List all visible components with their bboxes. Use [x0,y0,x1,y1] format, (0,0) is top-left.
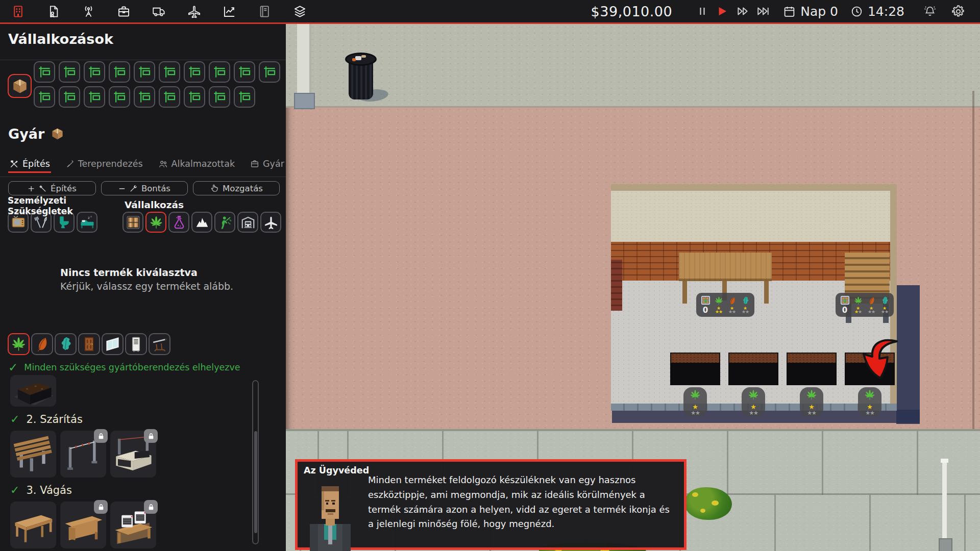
divider [0,60,286,60]
product-teal-leaf[interactable] [55,333,77,355]
planter-quality-badge-3[interactable]: ★ ★★ [800,387,823,417]
business-type-farmer[interactable] [214,212,235,233]
staff-needs-label: Személyzeti Szükségletek [8,195,69,217]
business-plot-12[interactable] [59,86,80,108]
tab-epites[interactable]: Építés [8,159,51,173]
move-button[interactable]: Mozgatás [193,181,280,195]
storage-info-badge-1[interactable]: 0 ★ ★★ ★ ★★ ★ ★★ [696,293,754,317]
product-cabinet[interactable] [125,333,147,355]
soil-planter-1[interactable] [670,353,720,385]
business-type-cannabis[interactable] [145,212,166,233]
notifications-button[interactable] [923,5,937,18]
gear-icon [951,5,965,18]
planter-quality-badge-1[interactable]: ★ ★★ [683,387,707,417]
topbar-chart-button[interactable] [223,5,236,18]
skip-button[interactable] [756,5,770,18]
antenna-icon [82,5,95,18]
soil-planter-2[interactable] [728,353,778,385]
product-icons [8,333,170,355]
tutorial-dialog[interactable]: Az Ügyvéded Minden terméket feldolgozó k… [295,459,687,550]
build-button[interactable]: +Építés [8,181,96,195]
business-tab-factory[interactable] [8,74,32,98]
play-button[interactable] [716,5,729,18]
business-plot-1[interactable] [34,61,55,83]
topbar-antenna-button[interactable] [82,5,95,18]
business-plot-6[interactable] [159,61,180,83]
topbar-book-button[interactable] [258,5,272,18]
business-plot-11[interactable] [34,86,55,108]
plot-sign-icon [87,64,102,80]
tab-tereprendezes[interactable]: Tereprendezés [64,159,144,173]
business-plot-9[interactable] [234,61,255,83]
equipment-soil-planter[interactable] [10,375,56,407]
business-plot-5[interactable] [134,61,155,83]
product-cannabis[interactable] [8,333,30,355]
bell-icon [923,5,937,18]
pause-button[interactable] [696,5,708,17]
business-plot-8[interactable] [209,61,230,83]
product-orange-leaf[interactable] [31,333,53,355]
business-plot-14[interactable] [109,86,130,108]
business-plot-10[interactable] [259,61,280,83]
plot-sign-icon [37,89,52,105]
door-icon [81,336,97,353]
business-plot-13[interactable] [84,86,105,108]
scrollbar-thumb[interactable] [254,431,257,533]
business-plot-19[interactable] [234,86,255,108]
lamp-post-cap [941,459,948,463]
planter-quality-badge-2[interactable]: ★ ★★ [742,387,765,417]
business-type-plane2[interactable] [260,212,281,233]
planter-quality-badge-4[interactable]: ★ ★★ [858,387,881,417]
day-display: Nap 0 [783,4,838,19]
crates-icon [126,215,141,230]
garage-icon [240,215,256,230]
business-plot-2[interactable] [59,61,80,83]
equipment-trimming-machines[interactable] [110,502,156,548]
check-icon: ✓ [10,484,19,496]
product-window[interactable] [102,333,124,355]
business-plot-4[interactable] [109,61,130,83]
no-product-title: Nincs termék kiválasztva [60,267,198,278]
business-plot-16[interactable] [159,86,180,108]
business-type-garage[interactable] [237,212,258,233]
business-plot-17[interactable] [184,86,205,108]
building-shadow [896,285,920,424]
soil-planter-3[interactable] [787,353,837,385]
business-type-flask[interactable] [168,212,189,233]
sidebar: Vállalkozások Gyár Építés Tereprendezés … [0,24,286,551]
equipment-cutting-table[interactable] [10,502,56,548]
scrollbar[interactable] [252,380,259,544]
business-type-crates[interactable] [122,212,143,233]
staff-need-bed[interactable] [77,212,97,233]
business-plot-15[interactable] [134,86,155,108]
storage-info-badge-2[interactable]: 0 ★ ★★ ★ ★★ ★ ★★ [836,293,894,317]
topbar-building-button[interactable] [11,5,25,18]
business-plot-7[interactable] [184,61,205,83]
settings-button[interactable] [951,5,965,18]
teal-leaf-icon [741,296,750,306]
tab-gyar[interactable]: Gyár [249,159,285,173]
product-katana[interactable] [149,333,170,355]
business-type-mountain[interactable] [191,212,212,233]
business-plot-3[interactable] [84,61,105,83]
business-plot-18[interactable] [209,86,230,108]
equipment-drying-wire[interactable] [60,431,106,478]
topbar-truck-button[interactable] [152,5,166,18]
plane2-icon [263,215,279,230]
tab-alkalmazottak[interactable]: Alkalmazottak [157,159,236,173]
topbar-contract-button[interactable] [46,5,60,18]
plot-sign-icon [162,89,177,105]
topbar-plane-button[interactable] [187,5,201,18]
section-title-label: Gyár [8,126,44,142]
equipment-drying-machine[interactable] [110,431,156,478]
plot-sign-icon [162,64,177,80]
topbar-briefcase-button[interactable] [117,5,131,18]
product-door[interactable] [78,333,100,355]
demolish-button[interactable]: −Bontás [101,181,188,195]
fast-forward-button[interactable] [736,5,749,18]
equipment-work-table[interactable] [60,502,106,548]
calendar-icon [783,5,796,18]
equipment-drying-rack[interactable] [10,431,56,478]
game-viewport[interactable]: 0 ★ ★★ ★ ★★ ★ ★★0 ★ ★★ ★ ★★ ★ ★★ ★ ★★ ★ … [286,24,980,551]
topbar-layers-button[interactable] [293,5,307,18]
